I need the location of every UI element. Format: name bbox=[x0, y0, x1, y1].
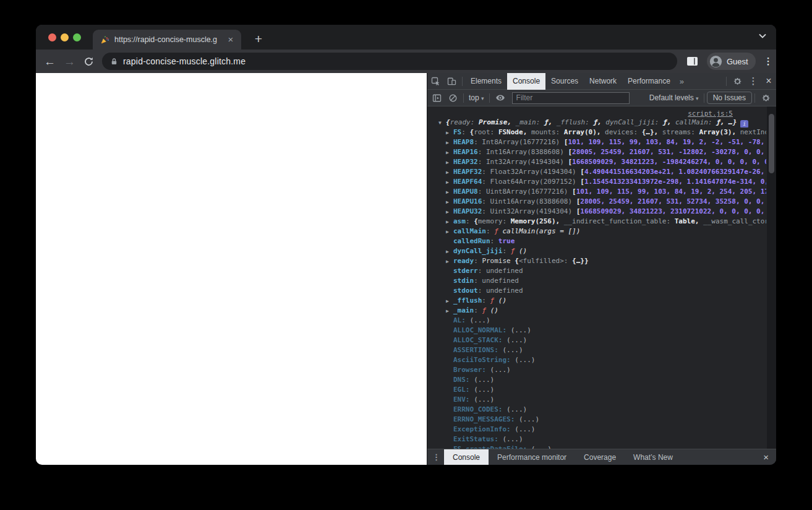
console-row-heap8[interactable]: ▶HEAP8: Int8Array(16777216) [101, 109, 1… bbox=[427, 137, 766, 147]
tab-title: https://rapid-concise-muscle.g bbox=[114, 35, 225, 44]
avatar-icon bbox=[709, 55, 722, 68]
expand-arrow-icon[interactable]: ▶ bbox=[446, 148, 453, 157]
devtools-tab-elements[interactable]: Elements bbox=[465, 73, 507, 90]
divider bbox=[463, 93, 464, 103]
console-row-env: ENV: (...) bbox=[427, 395, 766, 405]
drawer-tab-performance-monitor[interactable]: Performance monitor bbox=[489, 449, 575, 465]
drawer-tab-coverage[interactable]: Coverage bbox=[575, 449, 625, 465]
expand-arrow-icon[interactable]: ▶ bbox=[446, 178, 453, 187]
expand-arrow-icon[interactable]: ▶ bbox=[446, 158, 453, 167]
devtools-tab-console[interactable]: Console bbox=[507, 73, 545, 90]
levels-dropdown[interactable]: Default levels ▾ bbox=[647, 93, 701, 102]
console-row-heapu8[interactable]: ▶HEAPU8: Uint8Array(16777216) [101, 109,… bbox=[427, 187, 766, 197]
expand-arrow-icon[interactable]: ▶ bbox=[446, 217, 453, 227]
drawer-tab-what-s-new[interactable]: What’s New bbox=[625, 449, 682, 465]
console-row-alloc-stack: ALLOC_STACK: (...) bbox=[427, 335, 766, 345]
console-row-errno-messages: ERRNO_MESSAGES: (...) bbox=[427, 415, 766, 425]
expand-arrow-icon[interactable]: ▶ bbox=[446, 168, 453, 177]
console-row--fflush[interactable]: ▶_fflush: ƒ () bbox=[427, 296, 766, 306]
live-expression-eye-icon[interactable] bbox=[492, 90, 508, 106]
expand-arrow-icon[interactable]: ▶ bbox=[446, 188, 453, 197]
console-row-heapu16[interactable]: ▶HEAPU16: Uint16Array(8388608) [28005, 2… bbox=[427, 197, 766, 207]
browser-tab[interactable]: https://rapid-concise-muscle.g × bbox=[93, 30, 241, 50]
context-selector[interactable]: top ▾ bbox=[466, 93, 487, 102]
back-button[interactable]: ← bbox=[44, 56, 56, 67]
devtools-tab-network[interactable]: Network bbox=[584, 73, 622, 90]
tab-close-icon[interactable]: × bbox=[225, 34, 236, 45]
expand-arrow-icon[interactable]: ▶ bbox=[446, 257, 453, 266]
console-row--main[interactable]: ▶_main: ƒ () bbox=[427, 306, 766, 316]
console-row-heapu32[interactable]: ▶HEAPU32: Uint32Array(4194304) [16685090… bbox=[427, 207, 766, 217]
divider bbox=[489, 93, 490, 103]
console-row-asciitostring: AsciiToString: (...) bbox=[427, 355, 766, 365]
browser-menu-button[interactable]: ⋮ bbox=[764, 56, 773, 67]
devtools-drawer: ⋮ ConsolePerformance monitorCoverageWhat… bbox=[427, 449, 776, 465]
scrollbar-thumb[interactable] bbox=[769, 114, 774, 173]
expand-arrow-icon[interactable]: ▶ bbox=[446, 128, 453, 137]
side-panel-button[interactable] bbox=[686, 56, 698, 66]
browser-toolbar: ← → rapid-concise-muscle.glitch.me bbox=[36, 50, 776, 73]
profile-chip[interactable]: Guest bbox=[707, 53, 756, 70]
expand-arrow-icon[interactable]: ▶ bbox=[446, 207, 453, 217]
url-text: rapid-concise-muscle.glitch.me bbox=[123, 56, 246, 66]
expand-arrow-icon[interactable]: ▼ bbox=[438, 118, 446, 127]
expand-arrow-icon[interactable]: ▶ bbox=[446, 227, 453, 236]
page-content bbox=[36, 73, 427, 465]
new-tab-button[interactable]: + bbox=[250, 31, 267, 48]
console-row-al: AL: (...) bbox=[427, 316, 766, 326]
devtools-close-button[interactable]: × bbox=[761, 76, 776, 87]
device-toolbar-icon[interactable] bbox=[443, 73, 459, 89]
devtools-settings-gear-icon[interactable] bbox=[729, 73, 745, 89]
drawer-menu-button[interactable]: ⋮ bbox=[432, 452, 440, 462]
console-object-tree: ▼{ready: Promise, _main: ƒ, _fflush: ƒ, … bbox=[427, 117, 766, 449]
console-row-dyncall-jiji[interactable]: ▶dynCall_jiji: ƒ () bbox=[427, 246, 766, 256]
console-row-alloc-normal: ALLOC_NORMAL: (...) bbox=[427, 326, 766, 335]
zoom-window-button[interactable] bbox=[73, 33, 81, 41]
more-tabs-button[interactable]: » bbox=[676, 73, 688, 90]
content-area: ElementsConsoleSourcesNetworkPerformance… bbox=[36, 73, 776, 465]
drawer-close-button[interactable]: × bbox=[756, 452, 776, 462]
reload-button[interactable] bbox=[83, 56, 94, 67]
console-row-ready[interactable]: ▶ready: Promise {<fulfilled>: {…}} bbox=[427, 256, 766, 266]
expand-arrow-icon[interactable]: ▶ bbox=[446, 197, 453, 207]
devtools-menu-button[interactable]: ⋮ bbox=[745, 73, 761, 89]
devtools-tab-sources[interactable]: Sources bbox=[545, 73, 584, 90]
divider bbox=[726, 77, 727, 86]
console-row-callmain[interactable]: ▶callMain: ƒ callMain(args = []) bbox=[427, 227, 766, 236]
drawer-tabs: ConsolePerformance monitorCoverageWhat’s… bbox=[444, 449, 682, 465]
url-bar[interactable]: rapid-concise-muscle.glitch.me bbox=[102, 53, 677, 70]
window-controls bbox=[48, 33, 81, 41]
filter-input[interactable] bbox=[512, 92, 630, 104]
clear-console-icon[interactable] bbox=[445, 90, 461, 106]
devtools-tabbar-tabs: ElementsConsoleSourcesNetworkPerformance bbox=[465, 73, 676, 90]
drawer-tab-console[interactable]: Console bbox=[444, 449, 489, 465]
expand-arrow-icon[interactable]: ▶ bbox=[446, 247, 453, 256]
console-row-heapf32[interactable]: ▶HEAPF32: Float32Array(4194304) [4.49044… bbox=[427, 167, 766, 177]
console-row-heapf64[interactable]: ▶HEAPF64: Float64Array(2097152) [1.15454… bbox=[427, 177, 766, 187]
console-scrollbar[interactable] bbox=[767, 106, 776, 449]
tab-search-chevron-icon[interactable] bbox=[759, 34, 766, 38]
inspect-element-icon[interactable] bbox=[427, 73, 443, 89]
console-sidebar-icon[interactable] bbox=[429, 90, 445, 106]
console-row-fs[interactable]: ▶FS: {root: FSNode, mounts: Array(0), de… bbox=[427, 127, 766, 137]
expand-arrow-icon[interactable]: ▶ bbox=[446, 306, 453, 316]
minimize-window-button[interactable] bbox=[61, 33, 69, 41]
console-row-root[interactable]: ▼{ready: Promise, _main: ƒ, _fflush: ƒ, … bbox=[427, 117, 766, 127]
console-row-browser: Browser: (...) bbox=[427, 365, 766, 375]
devtools-tab-performance[interactable]: Performance bbox=[622, 73, 676, 90]
console-row-heap16[interactable]: ▶HEAP16: Int16Array(8388608) [28005, 254… bbox=[427, 147, 766, 157]
console-row-heap32[interactable]: ▶HEAP32: Int32Array(4194304) [1668509029… bbox=[427, 157, 766, 167]
console-toolbar: top ▾ Default levels ▾ No Issues bbox=[427, 90, 776, 106]
console-settings-gear-icon[interactable] bbox=[758, 90, 774, 106]
expand-arrow-icon[interactable]: ▶ bbox=[446, 296, 453, 306]
console-row-egl: EGL: (...) bbox=[427, 385, 766, 395]
object-state-badge-icon[interactable]: i bbox=[740, 120, 748, 127]
console-row-asm[interactable]: ▶asm: {memory: Memory(256), __indirect_f… bbox=[427, 217, 766, 227]
console-row-stderr: stderr: undefined bbox=[427, 266, 766, 276]
close-window-button[interactable] bbox=[48, 33, 56, 41]
expand-arrow-icon[interactable]: ▶ bbox=[446, 138, 453, 147]
forward-button[interactable]: → bbox=[64, 56, 75, 67]
lock-icon[interactable] bbox=[110, 57, 118, 66]
divider bbox=[462, 77, 463, 86]
no-issues-button[interactable]: No Issues bbox=[707, 92, 752, 104]
